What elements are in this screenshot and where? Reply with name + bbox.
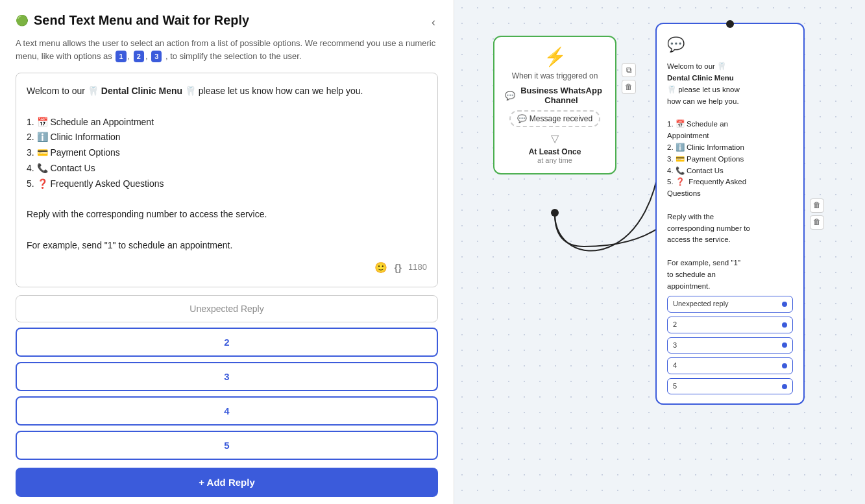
node-reply-3: 3	[667, 337, 793, 354]
variable-icon[interactable]: {}	[394, 259, 402, 276]
connector-dot-action	[726, 20, 734, 28]
right-panel: ⚡ When it was triggered on 💬 Business Wh…	[454, 0, 865, 504]
reply-option-3[interactable]: 3	[16, 362, 438, 391]
action-node-header: 💬	[667, 33, 793, 56]
reply-option-4[interactable]: 4	[16, 396, 438, 426]
panel-title-row: 🟢 Send Text Menu and Wait for Reply	[16, 13, 249, 28]
dot-3	[782, 342, 787, 348]
node-reply-2: 2	[667, 317, 793, 333]
whatsapp-icon: 🟢	[16, 14, 29, 27]
dot-4	[782, 363, 787, 368]
whatsapp-channel: 💬 Business WhatsApp Channel	[505, 86, 605, 105]
badge-2: 2	[134, 51, 144, 63]
message-box: Welcom to our 🦷 Dental Clinic Menu 🦷 ple…	[16, 73, 438, 287]
badge-1: 1	[116, 51, 126, 63]
dot-2	[782, 322, 787, 328]
trigger-icon: ⚡	[505, 46, 605, 67]
delete-action-button-2[interactable]: 🗑	[810, 215, 824, 230]
left-panel: 🟢 Send Text Menu and Wait for Reply ‹ A …	[0, 0, 454, 504]
connector-dot-trigger	[551, 209, 559, 217]
message-content[interactable]: Welcom to our 🦷 Dental Clinic Menu 🦷 ple…	[27, 84, 427, 254]
delete-action-button-1[interactable]: 🗑	[810, 198, 824, 213]
reply-option-2[interactable]: 2	[16, 328, 438, 357]
emoji-icon[interactable]: 🙂	[374, 259, 387, 276]
dot-5	[782, 384, 787, 389]
trigger-side-buttons: ⧉ 🗑	[622, 63, 636, 94]
badge-3: 3	[151, 51, 162, 63]
trigger-label: When it was triggered on	[505, 71, 605, 80]
copy-trigger-button[interactable]: ⧉	[622, 63, 636, 77]
char-count: 1180	[408, 260, 427, 274]
message-received-badge: 💬 Message received	[509, 110, 600, 127]
message-toolbar: 🙂 {} 1180	[27, 259, 427, 276]
reply-option-5[interactable]: 5	[16, 431, 438, 460]
filter-icon: ▽	[505, 132, 605, 145]
collapse-button[interactable]: ‹	[429, 13, 438, 32]
trigger-node: ⚡ When it was triggered on 💬 Business Wh…	[493, 36, 616, 174]
node-unexpected-reply: Unexpected reply	[667, 296, 793, 313]
action-side-buttons: 🗑 🗑	[810, 198, 824, 230]
node-reply-5: 5	[667, 378, 793, 395]
wa-icon: 💬	[505, 91, 515, 101]
panel-header: 🟢 Send Text Menu and Wait for Reply ‹	[16, 13, 438, 32]
at-any-time: at any time	[505, 156, 605, 164]
add-reply-button[interactable]: + Add Reply	[16, 468, 438, 497]
page-title: Send Text Menu and Wait for Reply	[34, 13, 249, 28]
action-node-content: Welcom to our 🦷 Dental Clinic Menu 🦷 ple…	[667, 61, 793, 292]
delete-trigger-button[interactable]: 🗑	[622, 80, 636, 94]
unexpected-reply-button[interactable]: Unexpected Reply	[16, 295, 438, 322]
action-node: 💬 Welcom to our 🦷 Dental Clinic Menu 🦷 p…	[655, 23, 805, 405]
dot-unexpected	[782, 302, 787, 307]
whatsapp-logo: 💬	[667, 33, 685, 56]
wa-small-icon: 💬	[517, 114, 527, 123]
panel-subtitle: A text menu allows the user to select an…	[16, 37, 438, 62]
at-least-once: At Least Once	[505, 147, 605, 156]
node-reply-4: 4	[667, 357, 793, 374]
